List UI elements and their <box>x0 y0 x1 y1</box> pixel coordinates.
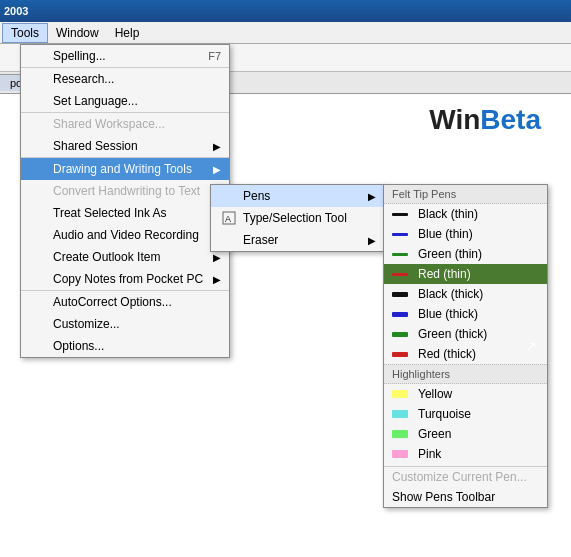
blue-thick-icon <box>392 307 412 321</box>
drawing-item-type-selection[interactable]: A Type/Selection Tool <box>211 207 384 229</box>
green-thick-icon <box>392 327 412 341</box>
winbeta-logo: WinBeta <box>429 104 541 136</box>
menu-bar: Tools Window Help <box>0 22 571 44</box>
pen-customize-current: Customize Current Pen... <box>384 467 547 487</box>
black-thin-icon <box>392 207 412 221</box>
turquoise-hl-icon <box>392 407 412 421</box>
pen-blue-thick[interactable]: Blue (thick) <box>384 304 547 324</box>
menu-item-drawing-tools[interactable]: Drawing and Writing Tools ▶ <box>21 158 229 180</box>
pen-black-thick[interactable]: Black (thick) <box>384 284 547 304</box>
pen-pink-hl[interactable]: Pink <box>384 444 547 464</box>
red-thin-icon <box>392 267 412 281</box>
title-bar: 2003 <box>0 0 571 22</box>
menu-item-shared-workspace: Shared Workspace... <box>21 113 229 135</box>
menu-item-shared-session[interactable]: Shared Session ▶ <box>21 135 229 158</box>
menu-tools[interactable]: Tools <box>2 23 48 43</box>
svg-text:A: A <box>225 214 231 224</box>
copy-notes-arrow: ▶ <box>213 274 221 285</box>
black-thick-icon <box>392 287 412 301</box>
menu-item-treat-selected[interactable]: Treat Selected Ink As ▶ <box>21 202 229 224</box>
menu-item-copy-notes[interactable]: Copy Notes from Pocket PC ▶ <box>21 268 229 291</box>
pen-show-toolbar[interactable]: Show Pens Toolbar <box>384 487 547 507</box>
pen-yellow-hl[interactable]: Yellow <box>384 384 547 404</box>
pen-green-hl[interactable]: Green <box>384 424 547 444</box>
winbeta-bold: Beta <box>480 104 541 135</box>
highlighters-header: Highlighters <box>384 364 547 384</box>
title-text: 2003 <box>4 5 28 17</box>
menu-item-set-language[interactable]: Set Language... <box>21 90 229 113</box>
menu-item-create-outlook[interactable]: Create Outlook Item ▶ <box>21 246 229 268</box>
menu-item-spelling[interactable]: Spelling... F7 <box>21 45 229 68</box>
create-outlook-arrow: ▶ <box>213 252 221 263</box>
pen-turquoise-hl[interactable]: Turquoise <box>384 404 547 424</box>
pen-green-thick[interactable]: Green (thick) <box>384 324 547 344</box>
eraser-arrow: ▶ <box>368 235 376 246</box>
pens-arrow: ▶ <box>368 191 376 202</box>
menu-item-autocorrect[interactable]: AutoCorrect Options... <box>21 291 229 313</box>
green-hl-icon <box>392 427 412 441</box>
drawing-item-eraser[interactable]: Eraser ▶ <box>211 229 384 251</box>
pen-red-thin[interactable]: Red (thin) ↗ <box>384 264 547 284</box>
type-selection-icon: A <box>222 211 236 225</box>
menu-item-audio-video[interactable]: Audio and Video Recording ▶ <box>21 224 229 246</box>
shared-session-arrow: ▶ <box>213 141 221 152</box>
tools-menu: Spelling... F7 Research... Set Language.… <box>20 44 230 358</box>
menu-item-convert-handwriting: Convert Handwriting to Text <box>21 180 229 202</box>
menu-item-options[interactable]: Options... <box>21 335 229 357</box>
menu-item-customize[interactable]: Customize... <box>21 313 229 335</box>
pen-blue-thin[interactable]: Blue (thin) <box>384 224 547 244</box>
felt-tip-header: Felt Tip Pens <box>384 185 547 204</box>
drawing-item-pens[interactable]: Pens ▶ <box>211 185 384 207</box>
red-thick-icon <box>392 347 412 361</box>
drawing-submenu: Pens ▶ A Type/Selection Tool Eraser ▶ <box>210 184 385 252</box>
drawing-tools-arrow: ▶ <box>213 164 221 175</box>
cursor-indicator: ↗ <box>525 338 537 354</box>
menu-item-research[interactable]: Research... <box>21 68 229 90</box>
blue-thin-icon <box>392 227 412 241</box>
pens-submenu: Felt Tip Pens Black (thin) Blue (thin) G… <box>383 184 548 508</box>
green-thin-icon <box>392 247 412 261</box>
menu-help[interactable]: Help <box>107 24 148 42</box>
yellow-hl-icon <box>392 387 412 401</box>
pen-green-thin[interactable]: Green (thin) <box>384 244 547 264</box>
pink-hl-icon <box>392 447 412 461</box>
pen-black-thin[interactable]: Black (thin) <box>384 204 547 224</box>
pen-red-thick[interactable]: Red (thick) <box>384 344 547 364</box>
menu-window[interactable]: Window <box>48 24 107 42</box>
